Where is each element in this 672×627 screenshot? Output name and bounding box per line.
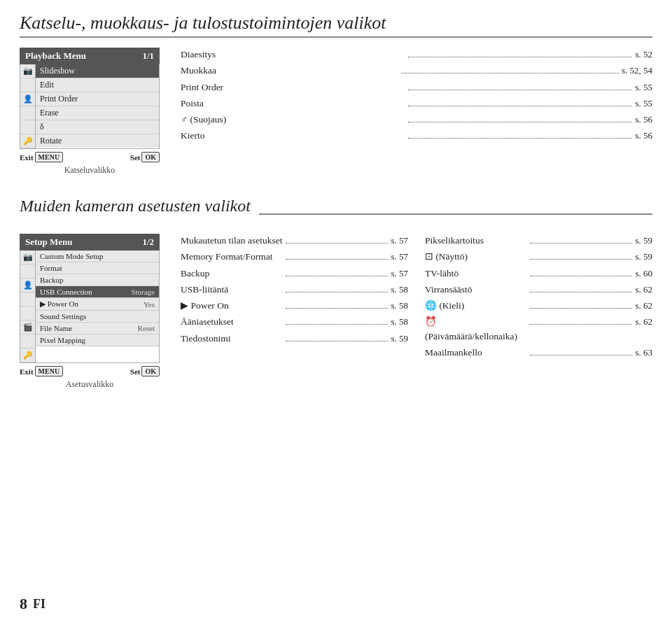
icon-blank2: [20, 106, 35, 120]
list-item: ⊡ (Näyttö) s. 59: [425, 250, 652, 264]
setup-item-backup[interactable]: Backup: [36, 274, 159, 286]
menu-item-edit[interactable]: Edit: [36, 78, 159, 92]
menu-btn-box: MENU: [35, 152, 64, 162]
setup-item-usb-connection[interactable]: USB Connection Storage: [36, 286, 159, 298]
page-ref: s. 57: [391, 250, 408, 264]
dots: [286, 276, 388, 276]
icon-blank2: [20, 293, 35, 307]
ok-btn-box: OK: [141, 152, 160, 162]
list-item: Virransäästö s. 62: [425, 283, 652, 297]
setup-item-pixel-mapping[interactable]: Pixel Mapping: [36, 334, 159, 346]
dots: [530, 276, 632, 276]
set-button[interactable]: Set OK: [130, 152, 160, 162]
page-ref: s. 56: [635, 129, 652, 143]
menu-item-delta[interactable]: δ: [36, 120, 159, 134]
list-item: Pikselikartoitus s. 59: [425, 234, 652, 248]
page-ref: s. 59: [391, 332, 408, 346]
section-divider-line: [259, 213, 652, 215]
icon-blank4: [20, 334, 35, 348]
exit-button[interactable]: Exit MENU: [20, 366, 63, 376]
page-ref: s. 57: [391, 267, 408, 281]
item-label: ▶ Power On: [181, 299, 283, 313]
setup-item-file-name[interactable]: File Name Reset: [36, 323, 159, 334]
item-label: USB-liitäntä: [181, 283, 283, 297]
list-item: Ääniasetukset s. 58: [181, 315, 408, 329]
menu-item-rotate-label: Rotate: [40, 136, 62, 146]
setup-item-custom-mode[interactable]: Custom Mode Setup: [36, 251, 159, 262]
dots: [408, 122, 633, 122]
dots: [530, 243, 632, 244]
menu-item-erase[interactable]: Erase: [36, 106, 159, 120]
list-item: Kierto s. 56: [181, 129, 652, 143]
dots: [286, 243, 388, 244]
dots: [408, 106, 633, 106]
list-item: ⏰ (Päivämäärä/kellonaika) s. 62: [425, 315, 652, 344]
list-item: ♂ (Suojaus) s. 56: [181, 113, 652, 127]
page-ref: s. 62: [635, 283, 652, 297]
setup-item-label: USB Connection: [40, 288, 92, 296]
item-label: ♂ (Suojaus): [181, 113, 405, 127]
playback-menu-footer: Exit MENU Set OK: [20, 152, 160, 162]
setup-menu-items: Custom Mode Setup Format Backup USB Conn…: [36, 251, 159, 362]
menu-btn-box: MENU: [35, 366, 64, 376]
item-label: Kierto: [181, 129, 405, 143]
dots: [408, 138, 633, 139]
dots: [530, 259, 632, 260]
setup-menu-label: Asetusvalikko: [20, 379, 160, 390]
setup-item-power-on[interactable]: ▶ Power On Yes: [36, 298, 159, 311]
exit-label: Exit: [20, 153, 34, 162]
page-ref: s. 62: [635, 299, 652, 313]
page-ref: s. 57: [391, 234, 408, 248]
setup-menu-panel: Setup Menu 1/2 📷 👤 🎬 🔑 Custom Mode Setup: [20, 234, 160, 390]
playback-content-cols: Diaesitys s. 52 Muokkaa s. 52, 54 Print …: [181, 48, 652, 146]
menu-item-print-order[interactable]: Print Order: [36, 92, 159, 106]
setup-content: Mukautetun tilan asetukset s. 57 Memory …: [181, 234, 652, 390]
exit-label: Exit: [20, 367, 34, 376]
setup-menu-header: Setup Menu 1/2: [20, 234, 160, 251]
menu-item-slideshow[interactable]: Slideshow: [36, 64, 159, 78]
setup-menu-title: Setup Menu: [25, 237, 73, 248]
list-item: USB-liitäntä s. 58: [181, 283, 408, 297]
list-item: Print Order s. 55: [181, 80, 652, 94]
playback-menu-num: 1/1: [142, 50, 154, 62]
item-label: 🌐 (Kieli): [425, 299, 527, 313]
page-ref: s. 63: [635, 346, 652, 360]
setup-icon-col: 📷 👤 🎬 🔑: [20, 251, 36, 362]
section2-title-row: Muiden kameran asetusten valikot: [20, 197, 652, 224]
icon-blank3: [20, 307, 35, 320]
dots: [530, 292, 632, 293]
icon-person: 👤: [20, 279, 35, 293]
exit-button[interactable]: Exit MENU: [20, 152, 63, 162]
icon-blank1: [20, 78, 35, 92]
list-item: Poista s. 55: [181, 97, 652, 111]
setup-menu-num: 1/2: [142, 237, 154, 248]
dots: [530, 308, 632, 309]
list-item: Memory Format/Format s. 57: [181, 250, 408, 264]
page-ref: s. 55: [635, 80, 652, 94]
setup-menu-footer: Exit MENU Set OK: [20, 366, 160, 376]
setup-item-sound-settings[interactable]: Sound Settings: [36, 311, 159, 323]
menu-item-print-order-label: Print Order: [40, 94, 78, 104]
setup-item-format[interactable]: Format: [36, 262, 159, 274]
section2-header: Muiden kameran asetusten valikot: [20, 197, 652, 224]
playback-menu-panel: Playback Menu 1/1 📷 👤 🔑 Slideshow Edit: [20, 48, 160, 176]
setup-item-label: Custom Mode Setup: [40, 252, 103, 260]
item-label: Virransäästö: [425, 283, 527, 297]
playback-menu-label: Katseluvalikko: [20, 165, 160, 176]
playback-icon-col: 📷 👤 🔑: [20, 64, 36, 148]
page-ref: s. 52, 54: [622, 64, 652, 78]
setup-col1: Mukautetun tilan asetukset s. 57 Memory …: [181, 234, 408, 362]
menu-item-rotate[interactable]: Rotate: [36, 134, 159, 148]
set-button[interactable]: Set OK: [130, 366, 160, 376]
ok-btn-box: OK: [141, 366, 160, 376]
list-item: Muokkaa s. 52, 54: [181, 64, 652, 78]
setup-item-label: Format: [40, 264, 62, 272]
icon-key: 🔑: [20, 134, 35, 148]
page-ref: s. 55: [635, 97, 652, 111]
page-ref: s. 56: [635, 113, 652, 127]
list-item: 🌐 (Kieli) s. 62: [425, 299, 652, 313]
page-ref: s. 60: [635, 267, 652, 281]
item-label: ⊡ (Näyttö): [425, 250, 527, 264]
icon-blank3: [20, 120, 35, 134]
list-item: Backup s. 57: [181, 267, 408, 281]
